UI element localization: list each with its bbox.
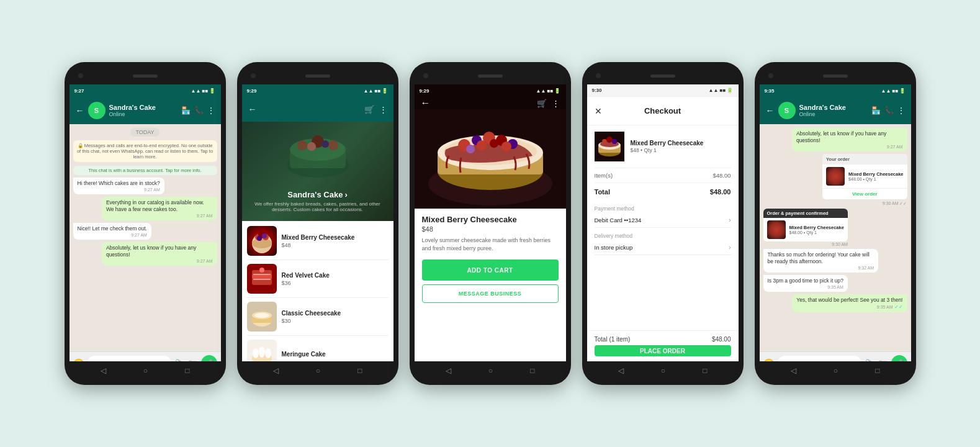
nav-home-icon-5[interactable]: ○ bbox=[834, 366, 838, 375]
order-card-img bbox=[826, 167, 845, 186]
call-icon[interactable]: 📞 bbox=[194, 106, 204, 115]
emoji-icon-5[interactable]: 😊 bbox=[763, 358, 774, 362]
catalog-item-3[interactable]: Classic Cheesecake $30 bbox=[247, 302, 389, 336]
order-confirm-card[interactable]: Order & payment confirmed Mixed Berry Ch… bbox=[763, 209, 848, 242]
msg-5-out-1: Absolutely, let us know if you have any … bbox=[792, 128, 907, 151]
store-icon-5[interactable]: 🏪 bbox=[871, 106, 881, 115]
chat-body-1: TODAY 🔒 Messages and calls are end-to-en… bbox=[70, 124, 221, 351]
mic-button-5[interactable]: 🎤 bbox=[891, 355, 907, 362]
hero-cake-svg bbox=[281, 128, 355, 184]
attach-icon[interactable]: 📎 bbox=[175, 359, 184, 362]
store-name-catalog: Sandra's Cake › bbox=[242, 190, 393, 199]
chat-header-icons-1: 🏪 📞 ⋮ bbox=[181, 106, 215, 115]
nav-home-icon-4[interactable]: ○ bbox=[661, 366, 665, 375]
speaker bbox=[133, 74, 158, 78]
encryption-notice[interactable]: 🔒 Messages and calls are end-to-end encr… bbox=[73, 140, 217, 162]
mic-button[interactable]: 🎤 bbox=[201, 355, 217, 362]
front-camera-5 bbox=[768, 73, 773, 78]
close-icon[interactable]: ✕ bbox=[595, 106, 602, 116]
phone-4-screen: 9:30 ▲▲ ■■ 🔋 ✕ Checkout bbox=[587, 84, 739, 361]
item-name-1: Mixed Berry Cheesecake bbox=[282, 234, 389, 241]
nav-recent-icon-3[interactable]: □ bbox=[530, 366, 534, 375]
nav-back-icon[interactable]: ◁ bbox=[101, 366, 106, 375]
catalog-item-2[interactable]: Red Velvet Cake $36 bbox=[247, 264, 389, 298]
item-price-1: $48 bbox=[282, 242, 389, 248]
nav-back-icon-2[interactable]: ◁ bbox=[273, 366, 279, 375]
nav-recent-icon-4[interactable]: □ bbox=[703, 366, 707, 375]
cart-icon[interactable]: 🛒 bbox=[364, 105, 374, 114]
item-info-2: Red Velvet Cake $36 bbox=[282, 272, 389, 286]
catalog-back-icon[interactable]: ← bbox=[248, 104, 257, 114]
svg-point-5 bbox=[328, 140, 338, 150]
chat-status-1: Online bbox=[109, 111, 178, 117]
checkout-item-name: Mixed Berry Cheesecake bbox=[631, 140, 731, 147]
nav-home-icon-2[interactable]: ○ bbox=[316, 366, 320, 375]
svg-point-28 bbox=[265, 348, 271, 358]
svg-point-41 bbox=[477, 140, 487, 150]
signal-icons-5: ▲▲ ■■ 🔋 bbox=[881, 88, 906, 94]
catalog-item-4[interactable]: Meringue Cake bbox=[247, 340, 389, 361]
speaker-2 bbox=[305, 74, 330, 78]
time-5: 9:35 bbox=[765, 88, 775, 94]
more-icon-2[interactable]: ⋮ bbox=[379, 105, 387, 114]
nav-back-icon-4[interactable]: ◁ bbox=[618, 366, 624, 375]
view-order-link[interactable]: View order bbox=[822, 188, 907, 199]
back-icon-5[interactable]: ← bbox=[766, 106, 775, 115]
phone-3-screen: 9:29 ▲▲ ■■ 🔋 ← 🛒 ⋮ Mixed Berry Cheesecak… bbox=[415, 84, 566, 361]
status-bar-4: 9:30 ▲▲ ■■ 🔋 bbox=[587, 84, 739, 97]
camera-icon[interactable]: 📷 bbox=[188, 359, 197, 362]
more-icon[interactable]: ⋮ bbox=[207, 106, 215, 115]
phone-2-bottom-bar: ◁ ○ □ bbox=[242, 361, 393, 380]
product-more-icon[interactable]: ⋮ bbox=[552, 99, 560, 108]
order-card[interactable]: Your order Mixed Berry Cheesecake $48.00… bbox=[822, 154, 907, 199]
message-business-button[interactable]: MESSAGE BUSINESS bbox=[422, 284, 559, 303]
checkout-items-row: Item(s) $48.00 bbox=[595, 168, 731, 183]
nav-recent-icon-2[interactable]: □ bbox=[357, 366, 362, 375]
nav-home-icon[interactable]: ○ bbox=[143, 366, 148, 375]
emoji-icon[interactable]: 😊 bbox=[73, 358, 84, 362]
item-img-4 bbox=[247, 340, 277, 361]
item-name-4: Meringue Cake bbox=[282, 351, 389, 358]
order-confirmed-incoming: Order & payment confirmed Mixed Berry Ch… bbox=[763, 209, 848, 246]
more-icon-5[interactable]: ⋮ bbox=[897, 106, 905, 115]
product-cart-icon[interactable]: 🛒 bbox=[537, 99, 547, 108]
store-icon[interactable]: 🏪 bbox=[181, 106, 191, 115]
payment-method-row[interactable]: Debit Card ••1234 › bbox=[595, 213, 731, 228]
msg-1-in-1: Hi there! Which cakes are in stock? 9:27… bbox=[73, 178, 164, 194]
call-icon-5[interactable]: 📞 bbox=[884, 106, 894, 115]
place-order-button[interactable]: PLACE ORDER bbox=[595, 345, 731, 356]
chat-input-area-1: 😊 Type a message 📎 📷 🎤 bbox=[70, 351, 221, 361]
store-desc: We offer freshly baked breads, cakes, pa… bbox=[242, 201, 393, 212]
checkout-header: ✕ Checkout bbox=[587, 97, 739, 125]
svg-rect-18 bbox=[253, 279, 271, 280]
order-confirm-info: Mixed Berry Cheesecake $48.00 • Qty 1 bbox=[789, 225, 844, 235]
checkout-item-details: $48 • Qty 1 bbox=[631, 147, 731, 153]
catalog-item-1[interactable]: Mixed Berry Cheesecake $48 bbox=[247, 226, 389, 260]
business-notice[interactable]: This chat is with a business account. Ta… bbox=[73, 166, 217, 175]
svg-point-27 bbox=[259, 346, 265, 358]
phone-4-top-bar bbox=[587, 67, 739, 84]
order-card-info: Mixed Berry Cheesecake $48.00 • Qty 1 bbox=[848, 171, 903, 181]
nav-home-icon-3[interactable]: ○ bbox=[488, 366, 493, 375]
nav-back-icon-5[interactable]: ◁ bbox=[791, 366, 796, 375]
product-detail-body: Mixed Berry Cheesecake $48 Lovely summer… bbox=[415, 209, 566, 309]
back-icon-1[interactable]: ← bbox=[76, 106, 84, 115]
chat-body-5: Absolutely, let us know if you have any … bbox=[760, 124, 911, 351]
phone-1-screen: 9:27 ▲▲ ■■ 🔋 ← S Sandra's Cake Online 🏪 … bbox=[70, 84, 221, 361]
svg-point-6 bbox=[307, 142, 316, 151]
add-to-cart-button[interactable]: ADD TO CART bbox=[422, 260, 559, 281]
message-input-5[interactable]: Type a message bbox=[778, 356, 861, 362]
svg-point-42 bbox=[490, 139, 498, 148]
chat-input-area-5: 😊 Type a message 📎 📷 🎤 bbox=[760, 351, 911, 361]
attach-icon-5[interactable]: 📎 bbox=[865, 359, 874, 362]
message-input-1[interactable]: Type a message bbox=[88, 356, 171, 362]
phone-5: 9:35 ▲▲ ■■ 🔋 ← S Sandra's Cake Online 🏪 … bbox=[755, 62, 916, 385]
chat-header-info-1: Sandra's Cake Online bbox=[109, 104, 178, 117]
delivery-label: Delivery method bbox=[595, 233, 731, 239]
product-back-icon[interactable]: ← bbox=[421, 97, 431, 109]
nav-back-icon-3[interactable]: ◁ bbox=[446, 366, 451, 375]
nav-recent-icon-5[interactable]: □ bbox=[875, 366, 879, 375]
delivery-method-row[interactable]: In store pickup › bbox=[595, 240, 731, 255]
nav-recent-icon[interactable]: □ bbox=[185, 366, 189, 375]
camera-icon-5[interactable]: 📷 bbox=[878, 359, 888, 362]
